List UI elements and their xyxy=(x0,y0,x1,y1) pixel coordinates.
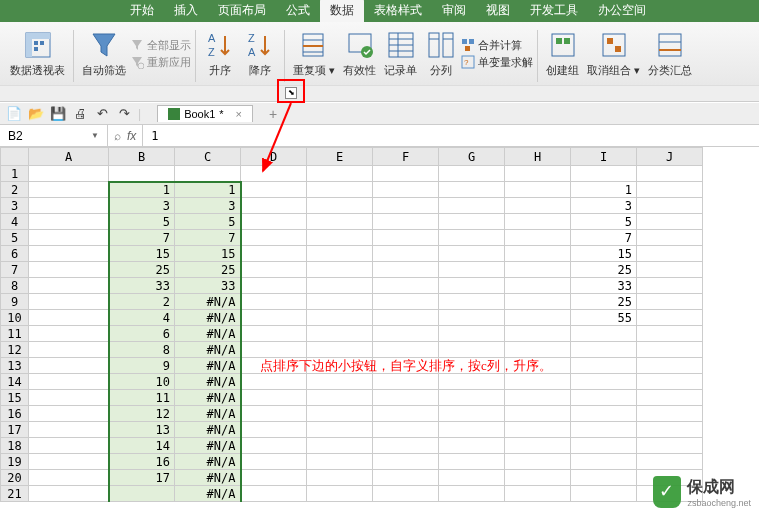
cell-A17[interactable] xyxy=(29,422,109,438)
cell-E10[interactable] xyxy=(307,310,373,326)
cell-A5[interactable] xyxy=(29,230,109,246)
row-header-20[interactable]: 20 xyxy=(1,470,29,486)
cell-J7[interactable] xyxy=(637,262,703,278)
cell-H16[interactable] xyxy=(505,406,571,422)
cell-A10[interactable] xyxy=(29,310,109,326)
cell-D9[interactable] xyxy=(241,294,307,310)
cell-J14[interactable] xyxy=(637,374,703,390)
row-header-5[interactable]: 5 xyxy=(1,230,29,246)
cell-I6[interactable]: 15 xyxy=(571,246,637,262)
cell-D11[interactable] xyxy=(241,326,307,342)
cell-J10[interactable] xyxy=(637,310,703,326)
cell-G21[interactable] xyxy=(439,486,505,502)
cell-E1[interactable] xyxy=(307,166,373,182)
cell-I5[interactable]: 7 xyxy=(571,230,637,246)
cell-H6[interactable] xyxy=(505,246,571,262)
cell-C8[interactable]: 33 xyxy=(175,278,241,294)
cell-I12[interactable] xyxy=(571,342,637,358)
cell-H14[interactable] xyxy=(505,374,571,390)
group-button[interactable]: 创建组 xyxy=(542,26,583,81)
menu-tab-8[interactable]: 开发工具 xyxy=(520,0,588,22)
cell-D4[interactable] xyxy=(241,214,307,230)
cell-I17[interactable] xyxy=(571,422,637,438)
cell-B2[interactable]: 1 xyxy=(109,182,175,198)
cell-G17[interactable] xyxy=(439,422,505,438)
cell-E3[interactable] xyxy=(307,198,373,214)
cell-C11[interactable]: #N/A xyxy=(175,326,241,342)
cell-C9[interactable]: #N/A xyxy=(175,294,241,310)
cell-G2[interactable] xyxy=(439,182,505,198)
autofilter-button[interactable]: 自动筛选 xyxy=(78,26,130,81)
row-header-10[interactable]: 10 xyxy=(1,310,29,326)
cell-J5[interactable] xyxy=(637,230,703,246)
cell-G8[interactable] xyxy=(439,278,505,294)
cell-B4[interactable]: 5 xyxy=(109,214,175,230)
cell-E14[interactable] xyxy=(307,374,373,390)
cell-C19[interactable]: #N/A xyxy=(175,454,241,470)
row-header-17[interactable]: 17 xyxy=(1,422,29,438)
cell-F5[interactable] xyxy=(373,230,439,246)
cell-D17[interactable] xyxy=(241,422,307,438)
validity-button[interactable]: 有效性 xyxy=(339,26,380,81)
cell-J4[interactable] xyxy=(637,214,703,230)
menu-tab-0[interactable]: 开始 xyxy=(120,0,164,22)
cell-G14[interactable] xyxy=(439,374,505,390)
cell-F7[interactable] xyxy=(373,262,439,278)
row-header-1[interactable]: 1 xyxy=(1,166,29,182)
cell-D7[interactable] xyxy=(241,262,307,278)
cell-A8[interactable] xyxy=(29,278,109,294)
cell-E7[interactable] xyxy=(307,262,373,278)
cell-G16[interactable] xyxy=(439,406,505,422)
cell-B3[interactable]: 3 xyxy=(109,198,175,214)
sort-dialog-launcher[interactable]: ⬊ xyxy=(285,87,297,99)
cell-E5[interactable] xyxy=(307,230,373,246)
col-header-G[interactable]: G xyxy=(439,148,505,166)
subtotal-button[interactable]: 分类汇总 xyxy=(644,26,696,81)
cell-H17[interactable] xyxy=(505,422,571,438)
cell-A16[interactable] xyxy=(29,406,109,422)
col-header-D[interactable]: D xyxy=(241,148,307,166)
cell-C13[interactable]: #N/A xyxy=(175,358,241,374)
cell-D2[interactable] xyxy=(241,182,307,198)
row-header-18[interactable]: 18 xyxy=(1,438,29,454)
cell-A2[interactable] xyxy=(29,182,109,198)
cell-I10[interactable]: 55 xyxy=(571,310,637,326)
cell-G3[interactable] xyxy=(439,198,505,214)
row-header-11[interactable]: 11 xyxy=(1,326,29,342)
cell-B20[interactable]: 17 xyxy=(109,470,175,486)
qat-save-button[interactable]: 💾 xyxy=(50,106,66,122)
cell-G20[interactable] xyxy=(439,470,505,486)
cell-B15[interactable]: 11 xyxy=(109,390,175,406)
fx-icon[interactable]: fx xyxy=(127,129,136,143)
cell-E12[interactable] xyxy=(307,342,373,358)
consolidate-button[interactable]: 合并计算 xyxy=(461,38,533,53)
cell-J18[interactable] xyxy=(637,438,703,454)
solver-button[interactable]: ? 单变量求解 xyxy=(461,55,533,70)
pivot-table-button[interactable]: 数据透视表 xyxy=(6,26,69,81)
cell-I16[interactable] xyxy=(571,406,637,422)
cell-H11[interactable] xyxy=(505,326,571,342)
cell-H15[interactable] xyxy=(505,390,571,406)
menu-tab-4[interactable]: 数据 xyxy=(320,0,364,22)
cell-I7[interactable]: 25 xyxy=(571,262,637,278)
cell-B8[interactable]: 33 xyxy=(109,278,175,294)
cell-F21[interactable] xyxy=(373,486,439,502)
reapply-button[interactable]: 重新应用 xyxy=(130,55,191,70)
cell-G4[interactable] xyxy=(439,214,505,230)
cell-J9[interactable] xyxy=(637,294,703,310)
cell-D16[interactable] xyxy=(241,406,307,422)
spreadsheet-grid[interactable]: ABCDEFGHIJ121113333455557776151515725252… xyxy=(0,147,759,509)
qat-print-button[interactable]: 🖨 xyxy=(72,106,88,122)
qat-redo-button[interactable]: ↷ xyxy=(116,106,132,122)
cell-C18[interactable]: #N/A xyxy=(175,438,241,454)
cell-B12[interactable]: 8 xyxy=(109,342,175,358)
cell-J8[interactable] xyxy=(637,278,703,294)
cell-G12[interactable] xyxy=(439,342,505,358)
cell-D19[interactable] xyxy=(241,454,307,470)
sort-asc-button[interactable]: AZ 升序 xyxy=(200,26,240,81)
cell-B18[interactable]: 14 xyxy=(109,438,175,454)
cell-I1[interactable] xyxy=(571,166,637,182)
cell-E11[interactable] xyxy=(307,326,373,342)
cell-G5[interactable] xyxy=(439,230,505,246)
cell-I13[interactable] xyxy=(571,358,637,374)
